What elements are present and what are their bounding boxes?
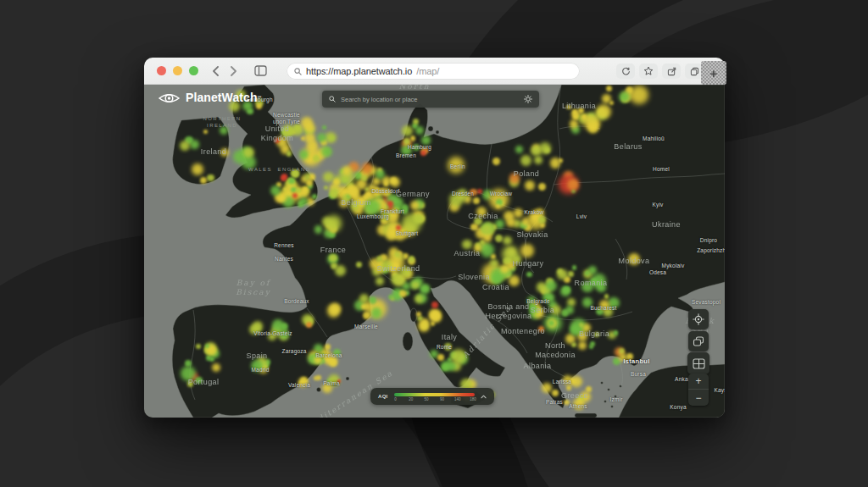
map-label-dnipro: Dnipro [700, 237, 717, 244]
aqi-tick: 0 [394, 397, 397, 401]
map-layers-button[interactable] [688, 331, 709, 351]
map-label-newcastle-upon-tyne: Newcastle upon Tyne [273, 112, 300, 125]
aqi-legend: AQI 0205090140180 [370, 388, 494, 405]
map-label-serbia: Serbia [531, 306, 554, 315]
map-label-mykolaiv: Mykolaiv [662, 263, 685, 269]
star-icon [643, 66, 654, 76]
share-icon [667, 67, 676, 76]
map-label-rennes: Rennes [274, 242, 294, 249]
map-label-rome: Rome [437, 344, 452, 351]
browser-window: https://map.planetwatch.io/map/ [144, 58, 725, 418]
chevron-right-icon [231, 67, 236, 75]
map-label-hungary: Hungary [513, 259, 544, 268]
map-canvas[interactable]: NorthEdinburghNewcastle upon TyneNORTHER… [144, 85, 725, 418]
map-label-madrid: Madrid [251, 367, 269, 374]
map-label-bordeaux: Bordeaux [284, 298, 309, 305]
map-label-wroc-aw: Wrocław [490, 191, 512, 197]
map-label-ireland: Ireland [201, 147, 226, 157]
map-label-united-kingdom: United Kingdom [261, 125, 293, 144]
magnifier-icon [294, 68, 302, 75]
map-label-bucharest: Bucharest [590, 305, 616, 312]
map-label-austria: Austria [454, 249, 481, 258]
sidebar-toggle-button[interactable] [254, 65, 267, 76]
map-label-romania: Romania [575, 279, 608, 288]
legend-collapse-button[interactable] [481, 395, 487, 399]
search-bar[interactable]: Search by location or place [322, 91, 539, 108]
map-label-spain: Spain [246, 351, 267, 361]
map-label-kayseri: Kayseri [714, 387, 725, 394]
trademark-mark: ™ [258, 95, 262, 100]
map-label-france: France [320, 246, 346, 255]
map-label-zaporizhzhia: Zaporizhzhia [697, 247, 725, 254]
table-grid-icon [693, 358, 705, 369]
locate-me-button[interactable] [688, 309, 709, 329]
forward-button[interactable] [230, 66, 237, 76]
map-label-adriatic-sea: Adriatic Sea [461, 303, 514, 360]
search-placeholder: Search by location or place [341, 96, 417, 103]
url-host: https://map.planetwatch.io [306, 66, 412, 76]
search-settings-button[interactable] [524, 95, 532, 103]
map-label-czechia: Czechia [468, 212, 498, 221]
panel-left-icon [254, 65, 267, 76]
close-window-button[interactable] [157, 66, 166, 75]
aqi-gradient [394, 393, 475, 396]
map-label-belgium: Belgium [341, 198, 370, 208]
map-label-zaragoza: Zaragoza [281, 348, 306, 355]
map-label-dresden: Dresden [452, 191, 474, 197]
address-bar[interactable]: https://map.planetwatch.io/map/ [287, 63, 580, 80]
aqi-label: AQI [378, 394, 388, 399]
map-label-slovenia: Slovenia [458, 273, 490, 282]
map-label-switzerland: Switzerland [377, 264, 420, 274]
map-label-bremen: Bremen [396, 152, 416, 159]
aqi-tick: 90 [440, 397, 444, 401]
back-button[interactable] [212, 66, 220, 76]
map-label-luxembourg: Luxembourg [357, 213, 389, 220]
texture-plus-handle[interactable]: + [701, 61, 726, 85]
map-label-sevastopol: Sevastopol [692, 299, 721, 306]
map-label-istanbul: Istanbul [623, 357, 649, 365]
browser-toolbar: https://map.planetwatch.io/map/ [144, 58, 725, 85]
map-label-portugal: Portugal [188, 378, 220, 387]
map-label-berlin: Berlin [450, 163, 465, 170]
map-label-palma: Palma [323, 380, 339, 387]
map-label-moldova: Moldova [619, 257, 650, 266]
zoom-out-button[interactable]: − [688, 390, 709, 406]
map-label-athens: Athens [569, 403, 587, 410]
map-label-stuttgart: Stuttgart [396, 230, 418, 237]
map-label-mahilio-: Mahilioŭ [643, 136, 665, 142]
map-label-izmir: Izmir [609, 396, 622, 403]
bookmark-button[interactable] [639, 64, 658, 79]
zoom-controls: + − [688, 374, 709, 406]
aqi-tick: 180 [470, 397, 476, 401]
map-label-greece: Greece [561, 391, 588, 401]
map-label-marseille: Marseille [354, 324, 378, 330]
search-icon [329, 96, 336, 102]
map-label-montenegro: Montenegro [501, 327, 545, 336]
data-table-button[interactable] [687, 352, 709, 374]
chevron-up-icon [481, 395, 487, 399]
map-label-ukraine: Ukraine [652, 220, 681, 230]
minimize-window-button[interactable] [173, 66, 182, 75]
planetwatch-logo[interactable]: PlanetWatch™ [158, 91, 262, 106]
aqi-tick: 140 [454, 397, 461, 401]
map-label-north-macedonia: North Macedonia [535, 341, 576, 361]
map-label-croatia: Croatia [482, 283, 509, 292]
reload-button[interactable] [616, 64, 635, 79]
layers-icon [693, 335, 704, 347]
map-label-konya: Konya [670, 404, 686, 411]
map-label-vitoria-gasteiz: Vitoria-Gasteiz [253, 330, 292, 337]
map-label-bay-of-biscay: Bay of Biscay [236, 279, 271, 298]
map-label-belgrade: Belgrade [526, 298, 550, 305]
map-label-hamburg: Hamburg [408, 144, 431, 151]
map-label-wales: WALES [248, 167, 272, 174]
map-label-slovakia: Slovakia [516, 230, 548, 240]
maximize-window-button[interactable] [189, 66, 198, 75]
share-button[interactable] [662, 64, 681, 79]
reload-icon [621, 67, 631, 76]
aqi-tick: 50 [425, 397, 429, 401]
crosshair-icon [693, 313, 704, 325]
aqi-gradient-bar: 0205090140180 [394, 390, 475, 402]
overlapping-squares-icon [690, 67, 699, 76]
zoom-in-button[interactable]: + [688, 374, 709, 390]
map-label-bulgaria: Bulgaria [579, 329, 609, 339]
